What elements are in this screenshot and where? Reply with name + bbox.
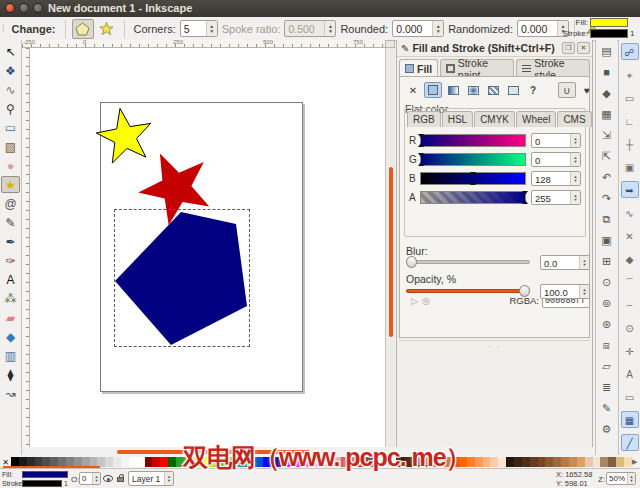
tool-ellipse[interactable]: ● bbox=[1, 157, 20, 174]
snap-guides[interactable]: ╱ bbox=[621, 434, 639, 451]
tab-stroke-style[interactable]: Stroke style bbox=[516, 59, 590, 77]
cmd-group[interactable]: ⧈ bbox=[598, 337, 616, 354]
favorite-button[interactable]: ♥ bbox=[578, 82, 596, 98]
linear-gradient-button[interactable] bbox=[444, 82, 462, 98]
opacity-slider-knob[interactable] bbox=[519, 285, 530, 297]
flat-color-button[interactable] bbox=[424, 82, 442, 98]
selection-rectangle[interactable] bbox=[114, 209, 250, 347]
blue-value[interactable]: 128 bbox=[532, 172, 570, 185]
canvas[interactable] bbox=[30, 48, 385, 447]
alpha-value[interactable]: 255 bbox=[532, 191, 570, 204]
tool-stroke-swatch[interactable] bbox=[590, 29, 628, 38]
spin-arrows-icon[interactable]: ▲▼ bbox=[324, 21, 335, 36]
opacity-value[interactable]: 100.0 bbox=[541, 285, 579, 298]
tool-tweak[interactable]: ∿ bbox=[1, 81, 20, 98]
blur-value[interactable]: 0.0 bbox=[541, 256, 579, 269]
swatch-store-button[interactable]: ∪ bbox=[558, 82, 576, 98]
panel-close-button[interactable]: ✕ bbox=[577, 42, 590, 54]
spin-arrows-icon[interactable]: ▲▼ bbox=[579, 256, 589, 269]
spoke-ratio-value[interactable]: 0.500 bbox=[285, 21, 324, 36]
status-stroke-swatch[interactable] bbox=[22, 480, 62, 487]
green-value[interactable]: 0 bbox=[532, 153, 570, 166]
snap-bbox-corners[interactable]: ∟ bbox=[621, 112, 639, 129]
tool-spiral[interactable]: @ bbox=[1, 195, 20, 212]
tab-stroke-paint[interactable]: Stroke paint bbox=[440, 59, 514, 77]
zoom-value[interactable]: 50% bbox=[607, 473, 627, 484]
randomized-value[interactable]: 0.000 bbox=[518, 21, 557, 36]
snap-text-baselines[interactable]: A bbox=[621, 365, 639, 382]
window-minimize-button[interactable] bbox=[19, 3, 29, 13]
red-slider[interactable] bbox=[420, 134, 526, 147]
status-opacity-spinbox[interactable]: 0 ▲▼ bbox=[79, 472, 101, 485]
blur-slider[interactable] bbox=[406, 255, 530, 269]
window-close-button[interactable] bbox=[5, 3, 15, 13]
vertical-scrollbar-thumb[interactable] bbox=[389, 167, 393, 337]
spin-arrows-icon[interactable]: ▲▼ bbox=[570, 191, 580, 204]
toolbar-grip[interactable]: ⁞ bbox=[2, 24, 5, 34]
tool-eraser[interactable]: ▰ bbox=[1, 309, 20, 326]
opacity-spinbox[interactable]: 100.0 ▲▼ bbox=[540, 284, 590, 299]
tool-connector[interactable]: ↝ bbox=[1, 385, 20, 402]
panel-resize-handle[interactable]: · · bbox=[397, 342, 592, 351]
corners-value[interactable]: 5 bbox=[181, 21, 206, 36]
cmd-ungroup[interactable]: ▱ bbox=[598, 358, 616, 375]
spin-arrows-icon[interactable]: ▲▼ bbox=[570, 153, 580, 166]
cmd-paste[interactable]: ▣ bbox=[598, 232, 616, 249]
horizontal-ruler[interactable]: -2500250500750 bbox=[22, 40, 385, 48]
tool-star[interactable]: ★ bbox=[1, 176, 20, 193]
snap-bounding-box[interactable]: ⌖ bbox=[621, 66, 639, 83]
sticky-zoom-button[interactable] bbox=[385, 40, 395, 48]
cmd-duplicate[interactable]: ⊞ bbox=[598, 253, 616, 270]
cmd-save[interactable]: ◆ bbox=[598, 85, 616, 102]
opacity-slider[interactable] bbox=[406, 284, 530, 298]
spin-arrows-icon[interactable]: ▲▼ bbox=[627, 473, 635, 484]
snap-nodes[interactable]: ➥ bbox=[621, 181, 639, 198]
vertical-ruler[interactable] bbox=[22, 48, 30, 447]
cmd-xml-editor[interactable]: ✎ bbox=[598, 400, 616, 417]
tool-bucket-fill[interactable]: ◆ bbox=[1, 328, 20, 345]
green-spinbox[interactable]: 0 ▲▼ bbox=[531, 152, 581, 167]
no-paint-button[interactable]: ✕ bbox=[404, 82, 422, 98]
tab-fill[interactable]: Fill bbox=[399, 59, 438, 77]
tool-zoom[interactable]: ⚲ bbox=[1, 100, 20, 117]
snap-object-centers[interactable]: ⊙ bbox=[621, 319, 639, 336]
window-maximize-button[interactable] bbox=[33, 3, 43, 13]
red-value[interactable]: 0 bbox=[532, 134, 570, 147]
layer-lock-icon[interactable] bbox=[117, 477, 124, 482]
snap-midpoints[interactable]: ┄ bbox=[621, 296, 639, 313]
rounded-value[interactable]: 0.000 bbox=[393, 21, 432, 36]
swatch-paint-button[interactable] bbox=[504, 82, 522, 98]
tool-text[interactable]: A bbox=[1, 271, 20, 288]
tool-pencil[interactable]: ✎ bbox=[1, 214, 20, 231]
spin-arrows-icon[interactable]: ▲▼ bbox=[579, 285, 589, 298]
tool-selector[interactable]: ↖ bbox=[1, 43, 20, 60]
tool-spray[interactable]: ⁂ bbox=[1, 290, 20, 307]
panel-header[interactable]: ✎ Fill and Stroke (Shift+Ctrl+F) ❐ ✕ bbox=[397, 40, 592, 57]
cmd-new-document[interactable]: ▤ bbox=[598, 43, 616, 60]
spin-arrows-icon[interactable]: ▲▼ bbox=[206, 21, 217, 36]
blur-spinbox[interactable]: 0.0 ▲▼ bbox=[540, 255, 590, 270]
tool-fill-swatch[interactable] bbox=[590, 18, 628, 27]
cmd-layers-dialog[interactable]: ≣ bbox=[598, 379, 616, 396]
spin-arrows-icon[interactable]: ▲▼ bbox=[570, 134, 580, 147]
panel-shade-button[interactable]: ❐ bbox=[562, 42, 575, 54]
polygon-mode-button[interactable] bbox=[72, 19, 94, 39]
snap-grid[interactable]: ▦ bbox=[621, 411, 639, 428]
spin-arrows-icon[interactable]: ▲▼ bbox=[164, 472, 173, 485]
zoom-spinbox[interactable]: 50% ▲▼ bbox=[606, 472, 636, 485]
cmd-redo[interactable]: ↷ bbox=[598, 190, 616, 207]
snap-cusp-nodes[interactable]: ◆ bbox=[621, 250, 639, 267]
snap-smooth-nodes[interactable]: ⌒ bbox=[621, 273, 639, 290]
cmd-zoom-selection[interactable]: ⊙ bbox=[598, 274, 616, 291]
spin-arrows-icon[interactable]: ▲▼ bbox=[432, 21, 443, 36]
alpha-spinbox[interactable]: 255 ▲▼ bbox=[531, 190, 581, 205]
tool-node-editor[interactable]: ❖ bbox=[1, 62, 20, 79]
snap-rotation-centers[interactable]: ✛ bbox=[621, 342, 639, 359]
palette-scroll-arrow[interactable]: ▶ bbox=[632, 456, 640, 468]
status-fill-swatch[interactable] bbox=[22, 471, 68, 478]
radial-gradient-button[interactable] bbox=[464, 82, 482, 98]
tool-dropper[interactable]: ⧫ bbox=[1, 366, 20, 383]
alpha-slider[interactable] bbox=[420, 191, 526, 204]
snap-intersections[interactable]: ✕ bbox=[621, 227, 639, 244]
snap-bbox-centers[interactable]: ▣ bbox=[621, 158, 639, 175]
